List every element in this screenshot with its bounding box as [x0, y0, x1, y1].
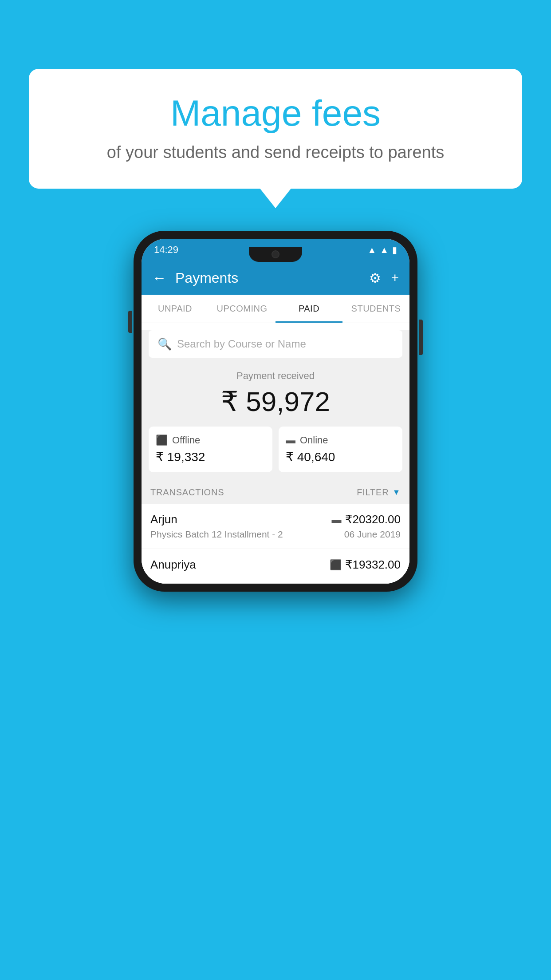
online-pay-icon-1: ▬ — [332, 514, 342, 526]
online-amount: ₹ 40,640 — [286, 450, 395, 464]
tab-students[interactable]: STUDENTS — [342, 295, 409, 323]
transactions-header: TRANSACTIONS FILTER ▼ — [142, 481, 409, 504]
tab-upcoming[interactable]: UPCOMING — [209, 295, 276, 323]
app-bar-title: Payments — [175, 270, 369, 286]
tab-paid[interactable]: PAID — [276, 295, 342, 323]
add-button[interactable]: + — [391, 270, 399, 285]
transaction-amount-wrap-2: ⬛ ₹19332.00 — [330, 558, 401, 572]
transaction-course-1: Physics Batch 12 Installment - 2 — [150, 529, 283, 540]
tabs: UNPAID UPCOMING PAID STUDENTS — [142, 295, 409, 323]
phone-inner: 14:29 ▲ ▲ ▮ ← Payments ⚙ + UNPAID — [142, 239, 409, 584]
phone-outer: 14:29 ▲ ▲ ▮ ← Payments ⚙ + UNPAID — [134, 231, 417, 592]
transaction-bottom-1: Physics Batch 12 Installment - 2 06 June… — [150, 529, 401, 540]
transaction-amount-wrap-1: ▬ ₹20320.00 — [332, 513, 401, 526]
speech-bubble: Manage fees of your students and send re… — [29, 69, 522, 189]
tab-unpaid[interactable]: UNPAID — [142, 295, 209, 323]
filter-icon: ▼ — [392, 488, 401, 497]
offline-pay-icon-2: ⬛ — [330, 559, 342, 571]
back-button[interactable]: ← — [152, 270, 166, 286]
transaction-amount-2: ₹19332.00 — [345, 558, 401, 572]
online-card-header: ▬ Online — [286, 435, 395, 446]
payment-amount: ₹ 59,972 — [149, 385, 402, 418]
search-icon: 🔍 — [157, 337, 172, 351]
offline-card: ⬛ Offline ₹ 19,332 — [149, 427, 272, 472]
transaction-top-1: Arjun ▬ ₹20320.00 — [150, 513, 401, 526]
wifi-icon: ▲ — [367, 245, 376, 255]
notch — [249, 247, 302, 262]
transaction-amount-1: ₹20320.00 — [345, 513, 401, 526]
search-placeholder: Search by Course or Name — [177, 338, 306, 350]
transaction-name-1: Arjun — [150, 513, 177, 526]
bubble-title: Manage fees — [55, 93, 496, 133]
search-bar[interactable]: 🔍 Search by Course or Name — [149, 330, 402, 358]
offline-label: Offline — [172, 435, 200, 446]
phone-mockup: 14:29 ▲ ▲ ▮ ← Payments ⚙ + UNPAID — [134, 231, 417, 592]
transaction-row-anupriya[interactable]: Anupriya ⬛ ₹19332.00 — [142, 549, 409, 584]
battery-icon: ▮ — [392, 245, 397, 255]
offline-icon: ⬛ — [156, 435, 168, 446]
settings-button[interactable]: ⚙ — [369, 270, 381, 286]
content-area: 🔍 Search by Course or Name Payment recei… — [142, 330, 409, 584]
payment-cards: ⬛ Offline ₹ 19,332 ▬ Online ₹ 40,640 — [142, 427, 409, 481]
transaction-row-arjun[interactable]: Arjun ▬ ₹20320.00 Physics Batch 12 Insta… — [142, 504, 409, 549]
status-icons: ▲ ▲ ▮ — [367, 245, 397, 255]
transaction-top-2: Anupriya ⬛ ₹19332.00 — [150, 558, 401, 572]
transaction-date-1: 06 June 2019 — [344, 529, 401, 540]
power-button — [419, 320, 423, 355]
filter-button[interactable]: FILTER ▼ — [357, 487, 401, 498]
offline-amount: ₹ 19,332 — [156, 450, 265, 464]
bubble-subtitle: of your students and send receipts to pa… — [55, 143, 496, 162]
online-icon: ▬ — [286, 435, 295, 446]
online-card: ▬ Online ₹ 40,640 — [279, 427, 402, 472]
transactions-label: TRANSACTIONS — [150, 487, 224, 498]
front-camera — [272, 250, 279, 258]
signal-icon: ▲ — [380, 245, 389, 255]
offline-card-header: ⬛ Offline — [156, 435, 265, 446]
status-time: 14:29 — [154, 244, 178, 256]
speech-bubble-container: Manage fees of your students and send re… — [29, 69, 522, 189]
payment-summary: Payment received ₹ 59,972 — [142, 358, 409, 427]
transaction-name-2: Anupriya — [150, 558, 196, 572]
payment-label: Payment received — [149, 370, 402, 382]
app-bar: ← Payments ⚙ + — [142, 261, 409, 295]
online-label: Online — [300, 435, 328, 446]
volume-button — [128, 311, 132, 333]
filter-label: FILTER — [357, 487, 389, 498]
app-bar-actions: ⚙ + — [369, 270, 399, 286]
